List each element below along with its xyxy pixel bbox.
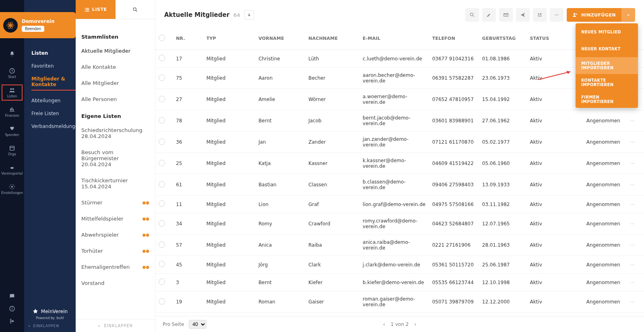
lists-item[interactable]: Tischkickerturnier 15.04.2024 <box>81 173 149 195</box>
rail-settings[interactable]: Einstellungen <box>0 179 24 199</box>
svg-line-24 <box>473 16 474 17</box>
table-row[interactable]: 61MitgliedBastianClassenb.classen@demo-v… <box>155 174 644 196</box>
lists-item[interactable]: Mittelfeldspieler●● <box>81 211 149 227</box>
lists-item[interactable]: Stürmer●● <box>81 195 149 211</box>
chevron-left-icon: « <box>98 324 101 328</box>
row-checkbox[interactable] <box>159 160 165 166</box>
table-row[interactable]: 3MitgliedBerntKieferb.kiefer@demo-verein… <box>155 274 644 291</box>
row-more-icon[interactable]: ⋯ <box>627 313 644 316</box>
lists-item[interactable]: Ehemaligentreffen●● <box>81 259 149 275</box>
edit-button[interactable] <box>482 8 496 22</box>
lists-item[interactable]: Vorstand <box>81 275 149 291</box>
navy-collapse[interactable]: «EINKLAPPEN <box>28 324 59 328</box>
nav-link[interactable]: Verbandsmeldungen <box>31 124 71 129</box>
row-more-icon[interactable]: ⋯ <box>627 153 644 174</box>
table-row[interactable]: 57MitgliedAnicaRaibaanica.raiba@demo-ver… <box>155 235 644 256</box>
lists-item[interactable]: Abwehrspieler●● <box>81 227 149 243</box>
rail-finanzen[interactable]: Finanzen <box>0 102 24 122</box>
row-more-icon[interactable]: ⋯ <box>627 174 644 196</box>
column-header[interactable]: TELEFON <box>429 27 479 50</box>
dropdown-item[interactable]: MITGLIEDER IMPORTIEREN <box>576 57 638 74</box>
dropdown-item[interactable]: NEUER KONTAKT <box>576 40 638 57</box>
row-more-icon[interactable]: ⋯ <box>627 274 644 291</box>
logout-icon[interactable] <box>9 318 15 326</box>
lists-item[interactable]: Besuch vom Bürgermeister 20.04.2024 <box>81 144 149 173</box>
dropdown-item[interactable]: FIRMEN IMPORTIEREN <box>576 91 638 108</box>
table-row[interactable]: 19MitgliedRomanGaiserroman.gaiser@demo-v… <box>155 291 644 313</box>
table-row[interactable]: 12MitgliedAnikaWesselanika.wessel@demo-v… <box>155 313 644 316</box>
row-checkbox[interactable] <box>159 278 165 285</box>
search-button[interactable] <box>465 8 479 22</box>
lists-item[interactable]: Schiedsrichterschulung 28.04.2024 <box>81 122 149 144</box>
column-header[interactable]: NACHNAME <box>305 27 359 50</box>
column-header[interactable]: NR. <box>173 27 203 50</box>
nav-link[interactable]: Mitglieder & Kontakte <box>31 76 76 91</box>
table-row[interactable]: 45MitgliedJörgClarkj.clark@demo-verein.d… <box>155 256 644 274</box>
tab-liste[interactable]: LISTE <box>76 0 116 19</box>
rail-bell[interactable] <box>0 44 24 64</box>
pager-next[interactable]: › <box>414 322 416 327</box>
column-header[interactable]: GEBURTSTAG <box>479 27 527 50</box>
select-all-checkbox[interactable] <box>159 35 165 41</box>
row-more-icon[interactable]: ⋯ <box>627 256 644 274</box>
column-header[interactable]: STATUS <box>526 27 583 50</box>
column-header[interactable]: VORNAME <box>255 27 305 50</box>
tab-search[interactable] <box>116 0 155 19</box>
add-button[interactable]: HINZUFÜGEN <box>567 8 621 22</box>
pager-prev[interactable]: ‹ <box>383 322 385 327</box>
table-row[interactable]: 78MitgliedBerntJacobbernt.jacob@demo-ver… <box>155 110 644 132</box>
table-row[interactable]: 17MitgliedChristineLüthc.lueth@demo-vere… <box>155 50 644 68</box>
table-row[interactable]: 11MitgliedLionGraflion.graf@demo-verein.… <box>155 196 644 213</box>
row-checkbox[interactable] <box>159 298 165 305</box>
nav-link[interactable]: Freie Listen <box>31 111 71 116</box>
row-checkbox[interactable] <box>159 261 165 267</box>
row-checkbox[interactable] <box>159 181 165 188</box>
external-button[interactable] <box>533 8 547 22</box>
row-checkbox[interactable] <box>159 241 165 248</box>
rail-spenden[interactable]: Spenden <box>0 122 24 141</box>
rail-orga[interactable]: Orga <box>0 141 24 160</box>
mail-button[interactable] <box>499 8 513 22</box>
row-checkbox[interactable] <box>159 117 165 124</box>
nav-link[interactable]: Abteilungen <box>31 98 71 103</box>
rail-portal[interactable]: Vereinsportal <box>0 160 24 179</box>
row-checkbox[interactable] <box>159 200 165 207</box>
table-row[interactable]: 25MitgliedKatjaKassnerk.kassner@demo-ver… <box>155 153 644 174</box>
row-checkbox[interactable] <box>159 74 165 81</box>
lists-item[interactable]: Aktuelle Mitglieder <box>81 43 149 59</box>
row-checkbox[interactable] <box>159 96 165 102</box>
column-header[interactable]: TYP <box>203 27 255 50</box>
rail-start[interactable]: Start <box>0 64 24 83</box>
row-more-icon[interactable]: ⋯ <box>627 291 644 313</box>
row-more-icon[interactable]: ⋯ <box>627 132 644 153</box>
page-size-select[interactable]: 40 <box>189 320 206 329</box>
row-checkbox[interactable] <box>159 220 165 227</box>
row-checkbox[interactable] <box>159 138 165 145</box>
dropdown-item[interactable]: NEUES MITGLIED <box>576 23 638 40</box>
row-more-icon[interactable]: ⋯ <box>627 213 644 235</box>
exit-button[interactable]: Beenden <box>22 26 44 32</box>
row-checkbox[interactable] <box>159 55 165 61</box>
lists-item[interactable]: Alle Kontakte <box>81 59 149 75</box>
lists-collapse[interactable]: «EINKLAPPEN <box>76 319 155 332</box>
nav-link[interactable]: Favoriten <box>31 63 71 69</box>
row-more-icon[interactable]: ⋯ <box>627 196 644 213</box>
lock-icon[interactable] <box>244 10 254 20</box>
brand: MeinVerein Powered by :buhl <box>24 308 76 332</box>
row-more-icon[interactable]: ⋯ <box>627 110 644 132</box>
send-button[interactable] <box>516 8 530 22</box>
lists-item[interactable]: Alle Mitglieder <box>81 75 149 91</box>
table-row[interactable]: 34MitgliedRomyCrawfordromy.crawford@demo… <box>155 213 644 235</box>
info-icon[interactable] <box>9 305 15 313</box>
dropdown-item[interactable]: KONTAKTE IMPORTIEREN <box>576 74 638 91</box>
column-header[interactable]: E-MAIL <box>359 27 429 50</box>
more-button[interactable] <box>550 8 564 22</box>
chat-icon[interactable] <box>9 293 15 301</box>
row-more-icon[interactable]: ⋯ <box>627 235 644 256</box>
lists-item[interactable]: Alle Personen <box>81 91 149 107</box>
add-dropdown-toggle[interactable] <box>621 8 635 22</box>
lists-item[interactable]: Torhüter●● <box>81 243 149 259</box>
rail-listen[interactable]: Listen <box>0 83 24 102</box>
table-row[interactable]: 27MitgliedAmelieWörnera.woerner@demo-ver… <box>155 89 644 110</box>
table-row[interactable]: 36MitgliedJanZanderjan.zander@demo-verei… <box>155 132 644 153</box>
